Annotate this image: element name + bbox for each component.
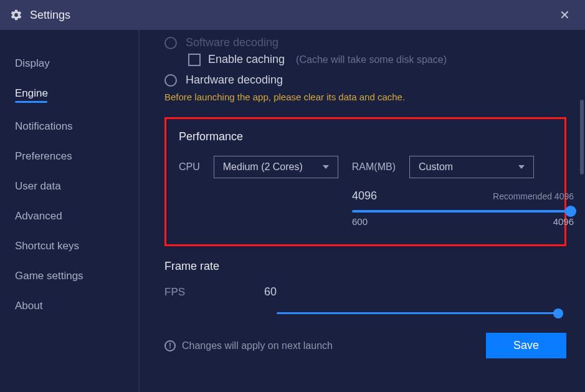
ram-select-value: Custom bbox=[419, 161, 453, 173]
sidebar: Display Engine Notifications Preferences… bbox=[0, 30, 140, 392]
fps-slider[interactable] bbox=[277, 312, 559, 314]
ram-slider[interactable] bbox=[352, 210, 574, 213]
sidebar-item-advanced[interactable]: Advanced bbox=[15, 201, 138, 231]
ram-slider-thumb[interactable] bbox=[565, 206, 576, 217]
performance-title: Performance bbox=[179, 130, 552, 143]
cpu-select-value: Medium (2 Cores) bbox=[223, 161, 303, 173]
close-icon[interactable]: ✕ bbox=[554, 5, 575, 25]
titlebar: Settings ✕ bbox=[0, 0, 585, 30]
content-panel: Software decoding Enable caching (Cache … bbox=[140, 30, 585, 392]
software-decoding-option[interactable]: Software decoding bbox=[164, 36, 566, 49]
ram-label: RAM(MB) bbox=[352, 161, 396, 173]
sidebar-item-engine[interactable]: Engine bbox=[15, 79, 138, 112]
hardware-decoding-option[interactable]: Hardware decoding bbox=[164, 74, 566, 87]
sidebar-item-display[interactable]: Display bbox=[15, 49, 138, 79]
scrollbar-thumb[interactable] bbox=[580, 100, 584, 174]
ram-slider-min: 600 bbox=[352, 216, 368, 227]
framerate-title: Frame rate bbox=[164, 260, 566, 273]
sidebar-item-preferences[interactable]: Preferences bbox=[15, 141, 138, 171]
sidebar-item-user-data[interactable]: User data bbox=[15, 171, 138, 201]
footer-notice: Changes will apply on next launch bbox=[182, 340, 333, 351]
sidebar-item-shortcut-keys[interactable]: Shortcut keys bbox=[15, 231, 138, 261]
sidebar-item-label: Engine bbox=[15, 87, 48, 99]
ram-select[interactable]: Custom bbox=[409, 156, 534, 178]
cache-hint-text: (Cache will take some disk space) bbox=[296, 54, 447, 65]
cpu-label: CPU bbox=[179, 161, 200, 173]
hardware-decoding-label: Hardware decoding bbox=[186, 74, 283, 87]
ram-current-value: 4096 bbox=[352, 189, 377, 203]
sidebar-item-game-settings[interactable]: Game settings bbox=[15, 261, 138, 291]
sidebar-item-about[interactable]: About bbox=[15, 291, 138, 321]
page-title: Settings bbox=[30, 9, 70, 22]
sidebar-item-notifications[interactable]: Notifications bbox=[15, 112, 138, 141]
checkbox-unchecked-icon bbox=[188, 54, 201, 66]
caret-down-icon bbox=[323, 165, 329, 169]
ram-slider-max: 4096 bbox=[553, 216, 574, 227]
caret-down-icon bbox=[518, 165, 525, 169]
cpu-select[interactable]: Medium (2 Cores) bbox=[214, 156, 338, 178]
info-icon: ! bbox=[164, 340, 176, 351]
software-decoding-label: Software decoding bbox=[186, 36, 278, 49]
enable-caching-option[interactable]: Enable caching (Cache will take some dis… bbox=[188, 53, 566, 66]
settings-gear-icon bbox=[10, 9, 22, 21]
fps-slider-thumb[interactable] bbox=[553, 308, 563, 318]
ram-recommended-text: Recommended 4096 bbox=[493, 191, 574, 201]
active-tab-underline bbox=[15, 101, 47, 103]
fps-label: FPS bbox=[164, 286, 227, 299]
fps-value: 60 bbox=[264, 285, 277, 299]
radio-unselected-icon bbox=[164, 74, 177, 87]
warning-text: Before launching the app, please clear i… bbox=[164, 92, 566, 102]
enable-caching-label: Enable caching bbox=[208, 53, 285, 66]
save-button[interactable]: Save bbox=[486, 333, 566, 358]
performance-section-highlight: Performance CPU Medium (2 Cores) RAM(MB)… bbox=[164, 117, 566, 246]
radio-unselected-icon bbox=[164, 37, 177, 49]
